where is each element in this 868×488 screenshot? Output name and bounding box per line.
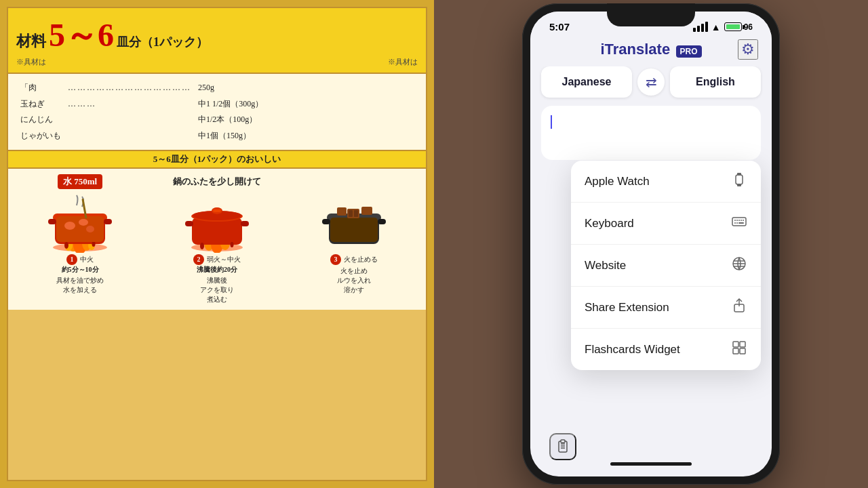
japanese-background: 材料 5～6 皿分（1パック） ※具材は ※具材は 「肉 ……………………………… [0, 0, 434, 488]
battery-fill [726, 24, 740, 29]
jp-serving-number: 5～6 [49, 14, 114, 57]
steps-header: 5～6皿分（1パック）のおいしい [8, 150, 426, 169]
phone-screen: 5:07 ▲ 96 [530, 12, 772, 476]
ingredient-row: 「肉 ………………………………… 250g [18, 81, 266, 96]
svg-rect-26 [185, 221, 193, 226]
svg-rect-42 [737, 184, 741, 186]
battery-container: 96 [724, 22, 753, 32]
signal-bar-3 [701, 24, 704, 32]
signal-bar-4 [705, 22, 708, 32]
apple-watch-icon [731, 171, 747, 191]
bottom-bar [530, 457, 772, 471]
cooking-step-2: 鍋のふたを少し開けて [151, 174, 283, 304]
pot-svg-1 [43, 192, 117, 253]
phone-notch [607, 3, 695, 26]
settings-button[interactable]: ⚙ [738, 39, 758, 60]
step-desc-1: 具材を油で炒め水を加える [56, 276, 104, 295]
svg-rect-34 [330, 218, 378, 242]
extras-dropdown-menu: Apple Watch Keyboard [571, 161, 761, 370]
clipboard-icon [555, 439, 570, 454]
jp-ingredients-title: 材料 [16, 31, 46, 52]
svg-rect-37 [354, 210, 358, 217]
svg-rect-54 [733, 342, 738, 347]
source-language-button[interactable]: Japanese [541, 66, 632, 98]
status-icons: ▲ 96 [693, 22, 753, 33]
phone-device: 5:07 ▲ 96 [522, 3, 780, 485]
svg-rect-38 [361, 207, 372, 215]
svg-rect-36 [349, 210, 353, 217]
signal-bar-1 [693, 28, 696, 32]
svg-rect-40 [736, 175, 743, 184]
share-extension-label: Share Extension [585, 301, 669, 314]
target-language-button[interactable]: English [670, 66, 761, 98]
svg-point-15 [86, 226, 94, 232]
svg-rect-57 [740, 348, 745, 354]
signal-bars [693, 22, 708, 32]
svg-rect-27 [241, 221, 249, 226]
svg-point-10 [64, 242, 68, 249]
step-desc-3: 火を止めルウを入れ溶かす [337, 266, 371, 295]
jp-serving-unit: 皿分（1パック） [117, 34, 208, 50]
svg-point-28 [200, 243, 204, 249]
settings-gear-icon: ⚙ [741, 41, 755, 58]
menu-item-flashcards-widget[interactable]: Flashcards Widget [571, 329, 761, 370]
svg-rect-41 [737, 173, 741, 176]
step2-note: 鍋のふたを少し開けて [167, 174, 267, 189]
translate-input-area[interactable] [541, 106, 761, 160]
battery-label: 96 [744, 22, 753, 32]
svg-rect-59 [561, 440, 565, 443]
app-pro-badge: PRO [676, 45, 702, 58]
jp-note: ※具材は [16, 57, 46, 67]
ingredient-row: 玉ねぎ ……… 中1 1/2個（300g） [18, 97, 266, 112]
step-number-1: 1 [66, 254, 77, 265]
pot-svg-2 [180, 192, 254, 253]
menu-item-keyboard[interactable]: Keyboard [571, 203, 761, 245]
app-header: iTranslate PRO ⚙ [530, 35, 772, 66]
battery-body [724, 22, 742, 31]
website-icon [731, 256, 747, 275]
ingredient-row: じゃがいも 中1個（150g） [18, 129, 266, 144]
svg-point-29 [231, 242, 234, 247]
text-cursor [551, 115, 552, 129]
share-extension-icon [731, 298, 747, 317]
ingredients-table: 「肉 ………………………………… 250g 玉ねぎ ……… 中1 1/2個（30… [16, 79, 267, 144]
svg-rect-8 [48, 219, 56, 224]
app-title: iTranslate [600, 41, 670, 58]
cooking-step-1: 水 750ml [14, 174, 146, 304]
menu-item-apple-watch[interactable]: Apple Watch [571, 161, 761, 203]
ingredient-row: にんじん 中1/2本（100g） [18, 113, 266, 127]
app-title-container: iTranslate PRO [600, 41, 701, 58]
status-time: 5:07 [549, 21, 570, 33]
svg-point-13 [64, 222, 75, 230]
wifi-icon: ▲ [711, 22, 721, 33]
svg-rect-39 [337, 207, 347, 216]
svg-rect-43 [732, 218, 746, 226]
clipboard-button[interactable] [549, 433, 576, 460]
menu-item-website[interactable]: Website [571, 245, 761, 287]
svg-rect-25 [213, 209, 221, 212]
roux-svg [317, 192, 391, 253]
swap-language-button[interactable]: ⇄ [637, 68, 665, 96]
right-background: 5:07 ▲ 96 [434, 0, 868, 488]
cooking-step-3: 3 火を止める 火を止めルウを入れ溶かす [288, 174, 420, 304]
step-heat-1: 中火 [80, 255, 94, 264]
step-desc-2: 沸騰後アクを取り煮込む [200, 276, 234, 304]
svg-rect-33 [378, 219, 386, 224]
svg-point-11 [92, 241, 96, 247]
step-time-1: 約5分～10分 [62, 265, 99, 274]
keyboard-icon [731, 214, 747, 233]
step-heat-2: 弱火～中火 [207, 255, 241, 264]
flashcards-widget-label: Flashcards Widget [585, 343, 680, 357]
svg-rect-32 [322, 219, 330, 224]
svg-rect-55 [740, 342, 745, 347]
svg-point-14 [79, 219, 88, 226]
menu-item-share-extension[interactable]: Share Extension [571, 287, 761, 329]
step-number-3: 3 [330, 254, 341, 265]
keyboard-label: Keyboard [585, 217, 634, 230]
home-indicator [610, 462, 692, 466]
svg-rect-9 [104, 219, 112, 224]
step-number-2: 2 [193, 254, 204, 265]
apple-watch-label: Apple Watch [585, 175, 650, 188]
water-label: 水 750ml [58, 174, 102, 189]
language-selector: Japanese ⇄ English [530, 66, 772, 106]
